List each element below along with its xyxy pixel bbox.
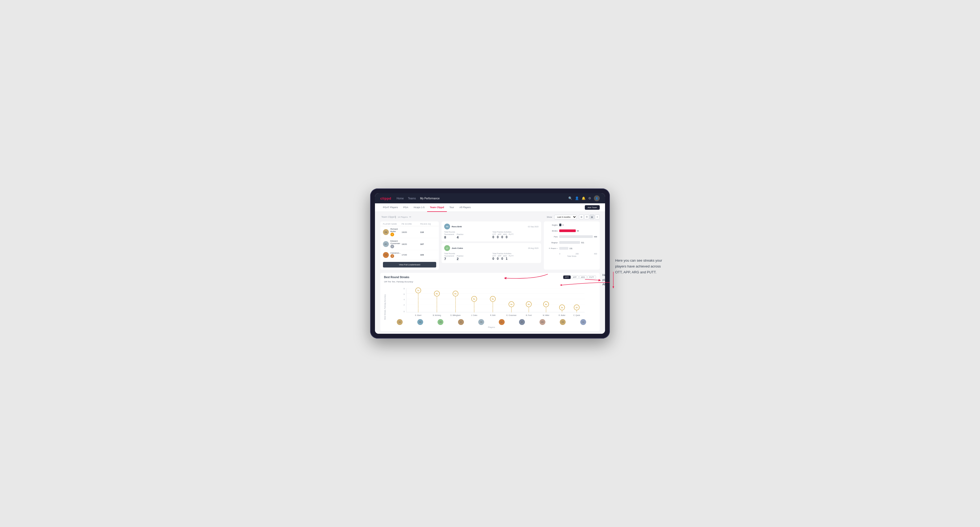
- player-1: RB Richard Butler 1: [383, 228, 402, 237]
- svg-text:4x: 4x: [511, 303, 513, 305]
- main-content: Team Clippd | 14 Players ✏ Show Last 3 m…: [375, 212, 605, 334]
- bar-fill-birdies: [559, 229, 576, 232]
- pc-header: RB Rees Britt 02 Sep 2023: [444, 224, 538, 229]
- total-rounds-label: Total Rounds: [444, 252, 490, 254]
- add-team-button[interactable]: Add Team: [585, 205, 600, 210]
- svg-text:B. McHerg: B. McHerg: [433, 314, 441, 316]
- user-icon[interactable]: 👤: [575, 197, 579, 200]
- nav-my-performance[interactable]: My Performance: [420, 196, 439, 201]
- rank-badge: 3: [390, 254, 394, 258]
- view-leaderboard-button[interactable]: View Full Leaderboard: [383, 262, 436, 268]
- arg-val: 0: [501, 235, 503, 239]
- avatar[interactable]: 👤: [594, 195, 600, 201]
- svg-text:5x: 5x: [492, 298, 494, 300]
- putt-val: 1: [506, 257, 508, 260]
- filter-ott[interactable]: OTT: [563, 275, 571, 279]
- bar-row-pars: Pars 499: [546, 235, 597, 238]
- player-name: Edward Crossman: [390, 240, 402, 244]
- player-avg: 103: [420, 254, 436, 256]
- lb-col-name: PLAYER NAME: [383, 223, 402, 225]
- bar-row-eagles: Eagles 3: [546, 224, 597, 226]
- putt-val: 0: [506, 235, 508, 239]
- view-icons: ⊞ ☰ ▦ ≡: [579, 214, 600, 219]
- table-view-btn[interactable]: ≡: [595, 214, 600, 219]
- app-val: 0: [497, 257, 499, 260]
- table-row: RB Richard Butler 1 19/20 110: [380, 226, 439, 238]
- tab-tour[interactable]: Tour: [447, 203, 457, 212]
- svg-text:3x: 3x: [561, 306, 563, 308]
- bell-icon[interactable]: 🔔: [582, 197, 585, 200]
- player-card-name: Josh Coles: [452, 247, 463, 249]
- svg-text:6x: 6x: [455, 293, 457, 295]
- svg-text:R. Butler: R. Butler: [559, 314, 566, 316]
- grid-view-btn[interactable]: ⊞: [579, 214, 584, 219]
- annotation-block: Here you can see streaks your players ha…: [602, 273, 605, 287]
- nav-home[interactable]: Home: [396, 196, 404, 201]
- streaks-title: Best Round Streaks: [384, 276, 409, 279]
- svg-text:D. Billingham: D. Billingham: [450, 314, 460, 316]
- list-view-btn[interactable]: ☰: [584, 214, 589, 219]
- rank-badge: 1: [390, 233, 394, 237]
- filter-arg[interactable]: ARG: [579, 275, 587, 279]
- player-avatar-billingham: DB: [438, 319, 444, 325]
- avatar: RB: [444, 224, 450, 229]
- tab-team-clippd[interactable]: Team Clippd: [427, 203, 447, 212]
- player-score: 17/20: [402, 254, 420, 256]
- filter-putt[interactable]: PUTT: [587, 275, 596, 279]
- bar-label-dbogeys: D. Bogeys +: [546, 248, 559, 249]
- player-name: Cameron...: [390, 252, 401, 254]
- svg-text:6x: 6x: [436, 293, 438, 295]
- player-avg: 110: [420, 231, 436, 233]
- player-card-name: Rees Britt: [452, 225, 462, 228]
- arg-label: ARG: [503, 233, 507, 235]
- svg-text:E. Crossman: E. Crossman: [506, 314, 517, 316]
- player-avatar-crossman: EC: [499, 319, 504, 325]
- annotation-text: Here you can see streaks your players ha…: [602, 273, 605, 287]
- subnav-tabs: PGAT Players PGA Hcaps 1-5 Team Clippd T…: [380, 203, 585, 212]
- tab-all-players[interactable]: All Players: [457, 203, 474, 212]
- svg-text:M. Miller: M. Miller: [543, 314, 549, 316]
- chart-x-axis: 0 200 400: [546, 253, 597, 255]
- players-x-label: Players: [387, 326, 596, 329]
- svg-text:C. Quick: C. Quick: [573, 314, 580, 316]
- streak-filter-buttons: OTT APP ARG PUTT: [563, 275, 596, 279]
- player-avatar-ford: BF: [519, 319, 525, 325]
- total-rounds-block: Total Rounds Tournament 8 Practice: [444, 231, 490, 239]
- app-label: APP: [498, 255, 501, 257]
- svg-text:3x: 3x: [576, 306, 578, 308]
- ott-label: OTT: [492, 233, 496, 235]
- tab-pgat-players[interactable]: PGAT Players: [380, 203, 401, 212]
- svg-text:R. Britt: R. Britt: [490, 314, 496, 316]
- practice-activities-block: Total Practice Activities OTT APP ARG PU…: [492, 252, 538, 261]
- nav-teams[interactable]: Teams: [408, 196, 416, 201]
- bar-value-pars: 499: [594, 236, 597, 238]
- edit-icon[interactable]: ✏: [409, 216, 412, 218]
- putt-label: PUTT: [509, 233, 514, 235]
- search-icon[interactable]: 🔍: [568, 197, 572, 200]
- bar-row-dbogeys: D. Bogeys + 131: [546, 247, 597, 250]
- tab-pga[interactable]: PGA: [401, 203, 411, 212]
- practice-label: Practice: [457, 255, 463, 257]
- team-title: Team Clippd | 14 Players: [380, 216, 408, 218]
- lb-col-score: PB SCORE: [402, 223, 420, 225]
- player-card-rees: RB Rees Britt 02 Sep 2023 Total Rounds: [442, 221, 541, 241]
- lb-col-avg: PB AVG SQ: [420, 223, 436, 225]
- player-avatar-britt: RB: [478, 319, 484, 325]
- streaks-chart: 8 6 4 2 0: [387, 286, 596, 317]
- settings-icon[interactable]: ⚙: [588, 197, 591, 200]
- arrow-to-streaks: [607, 280, 668, 301]
- ott-val: 0: [492, 257, 494, 260]
- player-score: 18/20: [402, 243, 420, 245]
- player-2: EC Edward Crossman 2: [383, 240, 402, 248]
- filter-app[interactable]: APP: [571, 275, 579, 279]
- show-dropdown[interactable]: Last 3 months: [554, 215, 577, 219]
- card-view-btn[interactable]: ▦: [590, 214, 594, 219]
- x-axis-200: 200: [576, 253, 579, 255]
- svg-text:0: 0: [404, 311, 405, 313]
- bar-fill-dbogeys: [559, 247, 568, 250]
- player-avg: 107: [420, 243, 436, 245]
- tab-hcaps[interactable]: Hcaps 1-5: [411, 203, 427, 212]
- total-rounds-block: Total Rounds Tournament 7 Practice: [444, 252, 490, 261]
- bar-row-bogeys: Bogeys 311: [546, 241, 597, 244]
- practice-val: 2: [457, 257, 463, 261]
